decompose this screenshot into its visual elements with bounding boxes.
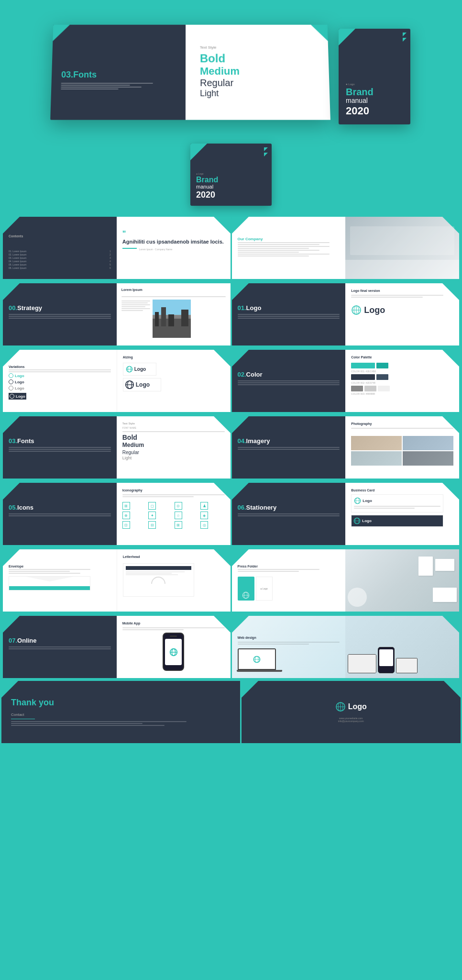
- row5-spreads: 05.Icons Iconography ⊞ ◻ ⊙: [3, 483, 459, 545]
- fonts-bold: Bold: [122, 433, 225, 442]
- fonts-light: Light: [122, 456, 225, 461]
- web-panel: Web design: [232, 616, 346, 678]
- color-dark: 02.Color: [232, 350, 346, 412]
- corner-tl: [3, 416, 20, 433]
- hero-section-title: Fonts: [73, 70, 97, 79]
- alzing-title: Alzing: [123, 356, 225, 359]
- corner-tr: [214, 217, 231, 234]
- spread-logo: 01.Logo Logo final version: [232, 283, 460, 345]
- corner-tl: [232, 217, 249, 234]
- business-card: Logo: [351, 494, 443, 512]
- lines: [9, 314, 111, 319]
- final-cover: Logo www.yourwebsite.com info@yourcompan…: [242, 681, 461, 743]
- icon-9: ⊡: [122, 521, 130, 529]
- final-logo-text: Logo: [348, 702, 367, 711]
- spread-icons: 05.Icons Iconography ⊞ ◻ ⊙: [3, 483, 231, 545]
- hero-section-num: 03.: [61, 70, 74, 79]
- center-year: 2020: [196, 190, 266, 200]
- logo-variations-list: Logo Logo Logo Logo: [9, 373, 111, 401]
- logo-text: Logo: [364, 305, 385, 315]
- variations-right: Alzing Logo Logo: [117, 350, 231, 412]
- corner-tl: [242, 681, 258, 698]
- icon-7: ☆: [175, 512, 182, 519]
- lines: [238, 447, 340, 450]
- icons-num: 05.: [9, 504, 17, 511]
- page-wrapper: 03.Fonts Text Style Bold Medium Regular …: [0, 0, 462, 754]
- lines: [9, 513, 111, 516]
- letterhead-mockup: [123, 563, 194, 597]
- final-logo-area: Logo: [335, 702, 367, 712]
- corner-tl: [1, 681, 18, 698]
- row1-spreads: Contents 01. Lorem Ipsum1 02. Lorem Ipsu…: [3, 217, 459, 279]
- corner-tl: [3, 616, 20, 633]
- cover-corner: [339, 29, 355, 45]
- corner-tl: [3, 283, 20, 300]
- press-folder-panel: Press Folder ● Logo: [232, 549, 346, 612]
- font-light-sample: Light: [200, 89, 315, 99]
- font-regular-sample: Regular: [200, 78, 315, 89]
- envelope-shape: [9, 576, 90, 590]
- spread-variations: Variations Logo Logo: [3, 350, 231, 412]
- lines: [238, 314, 340, 319]
- fonts-white: Text Style FONT NAME Bold Medium Regular…: [117, 416, 231, 479]
- photography-title: Photography: [351, 422, 453, 425]
- device-laptop: [348, 654, 376, 673]
- quote-text: Agnihiliti cus ipsandaenob imsitae locis…: [122, 238, 225, 245]
- contents-panel: Contents 01. Lorem Ipsum1 02. Lorem Ipsu…: [3, 217, 117, 279]
- logo-num: 01.: [238, 304, 246, 312]
- logo-title: Logo: [246, 304, 262, 312]
- icons-white: Iconography ⊞ ◻ ⊙ ♟ ⊕ ✦ ☆ ◈ ⊡ ⊟ ⊞: [117, 483, 231, 545]
- logo-var-3: Logo: [9, 386, 111, 390]
- icon-2: ◻: [148, 502, 156, 510]
- spread-stationery: 06.Stationery Business Card Logo: [232, 483, 460, 545]
- corner-tr: [214, 616, 231, 633]
- logo-var-1: Logo: [9, 373, 111, 378]
- stationery-dark: 06.Stationery: [232, 483, 346, 545]
- center-manual: manual: [196, 184, 266, 190]
- logo-size-1: Logo: [123, 363, 156, 376]
- font-bold-sample: Bold: [200, 52, 314, 65]
- icon-5: ⊕: [122, 512, 130, 519]
- strategy-white: Lorem Ipsum: [117, 283, 231, 345]
- letterhead-title: Letterhead: [123, 555, 225, 558]
- logo-dark: 01.Logo: [232, 283, 346, 345]
- color-num: 02.: [238, 371, 246, 378]
- imagery-title: Imagery: [246, 437, 270, 445]
- book-spread: 03.Fonts Text Style Bold Medium Regular …: [50, 25, 330, 130]
- cover-year: 2020: [346, 105, 403, 117]
- strategy-text-col: [121, 300, 150, 338]
- spread-envelope: Envelope Letterhead: [3, 549, 231, 612]
- logo-var-4: Logo: [9, 393, 26, 400]
- corner-tl: [3, 350, 20, 367]
- corner-tr: [214, 549, 231, 566]
- imagery-white: Photography: [345, 416, 459, 479]
- row4-spreads: 03.Fonts Text Style FONT NAME Bold Mediu…: [3, 416, 459, 479]
- stationery-white: Business Card Logo Logo: [345, 483, 459, 545]
- web-title: Web design: [238, 636, 340, 639]
- thank-you-block: Thank you Contact: [1, 681, 240, 743]
- bc-title: Business Card: [351, 489, 453, 492]
- thank-you-text: Thank you: [11, 698, 231, 708]
- lines: [9, 447, 111, 452]
- row3-spreads: Variations Logo Logo: [3, 350, 459, 412]
- strategy-num: 00.: [9, 304, 17, 312]
- center-cover: ● Logo Brand manual 2020: [190, 144, 272, 206]
- arch-decoration: [151, 577, 165, 584]
- icon-6: ✦: [148, 512, 156, 519]
- lines: [9, 646, 111, 649]
- contents-list: 01. Lorem Ipsum1 02. Lorem Ipsum2 03. Lo…: [9, 250, 111, 269]
- office-photo-panel: [345, 217, 459, 279]
- contents-title: Contents 01. Lorem Ipsum1 02. Lorem Ipsu…: [9, 234, 111, 269]
- letterhead-panel: Letterhead: [117, 549, 231, 612]
- spread-company-photo: Our Company: [232, 217, 460, 279]
- corner-tl: [232, 283, 249, 300]
- folder-teal: [238, 577, 254, 601]
- corner-tr: [442, 350, 459, 367]
- corner-tl: [232, 416, 249, 433]
- corner-tr: [442, 283, 459, 300]
- city-image: [153, 300, 191, 338]
- company-lines: [238, 242, 340, 256]
- envelope-panel: Envelope: [3, 549, 117, 612]
- corner-tl: [232, 549, 249, 566]
- corner-tr: [214, 416, 231, 433]
